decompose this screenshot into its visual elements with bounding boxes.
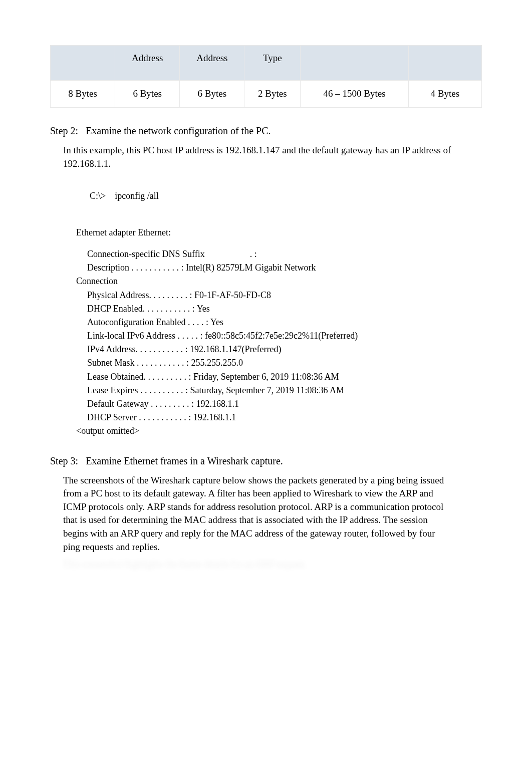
step3-heading: Step 3: Examine Ethernet frames in a Wir… bbox=[50, 454, 482, 468]
step2-intro: In this example, this PC host IP address… bbox=[63, 144, 452, 170]
step-label: Step 2: bbox=[50, 124, 78, 138]
cfg-line: Physical Address. . . . . . . . . : F0-1… bbox=[76, 289, 452, 302]
cfg-line: Connection-specific DNS Suffix . : bbox=[76, 248, 452, 260]
table-header-row: Address Address Type bbox=[51, 46, 482, 81]
table-cell: 6 Bytes bbox=[180, 81, 244, 108]
header-cell: Address bbox=[180, 46, 244, 81]
cfg-line: Autoconfiguration Enabled . . . . : Yes bbox=[76, 316, 452, 329]
frame-format-table: Address Address Type 8 Bytes 6 Bytes 6 B… bbox=[50, 45, 482, 108]
cmd-text: ipconfig /all bbox=[115, 191, 158, 201]
cmd-prompt: C:\> bbox=[90, 191, 106, 201]
adapter-heading: Ethernet adapter Ethernet: bbox=[76, 226, 452, 239]
blurred-text: This screenshot highlights the frame det… bbox=[63, 558, 452, 571]
step2-heading: Step 2: Examine the network configuratio… bbox=[50, 124, 482, 138]
header-cell bbox=[51, 46, 115, 81]
header-cell: Type bbox=[244, 46, 301, 81]
cfg-line: Link-local IPv6 Address . . . . . : fe80… bbox=[76, 330, 452, 342]
header-cell bbox=[408, 46, 481, 81]
step2-body: In this example, this PC host IP address… bbox=[63, 144, 452, 438]
cfg-line: Description . . . . . . . . . . . : Inte… bbox=[76, 262, 452, 274]
cfg-line: Lease Expires . . . . . . . . . . : Satu… bbox=[76, 384, 452, 397]
table-cell: 8 Bytes bbox=[51, 81, 115, 108]
step-title: Examine the network configuration of the… bbox=[86, 125, 271, 136]
cfg-line-wrap: Connection bbox=[76, 275, 452, 288]
step-title: Examine Ethernet frames in a Wireshark c… bbox=[86, 455, 283, 466]
header-cell bbox=[301, 46, 408, 81]
step3-para: The screenshots of the Wireshark capture… bbox=[63, 474, 452, 554]
cfg-line: IPv4 Address. . . . . . . . . . . : 192.… bbox=[76, 343, 452, 356]
table-row: 8 Bytes 6 Bytes 6 Bytes 2 Bytes 46 – 150… bbox=[51, 81, 482, 108]
cfg-line: Lease Obtained. . . . . . . . . . : Frid… bbox=[76, 371, 452, 383]
output-omitted: <output omitted> bbox=[76, 425, 452, 437]
table-cell: 2 Bytes bbox=[244, 81, 301, 108]
cfg-line: Default Gateway . . . . . . . . . : 192.… bbox=[76, 398, 452, 410]
table-cell: 46 – 1500 Bytes bbox=[301, 81, 408, 108]
step-label: Step 3: bbox=[50, 454, 78, 468]
cfg-line: Subnet Mask . . . . . . . . . . . : 255.… bbox=[76, 357, 452, 369]
cfg-line: DHCP Enabled. . . . . . . . . . . : Yes bbox=[76, 303, 452, 315]
ipconfig-output: C:\> ipconfig /all Ethernet adapter Ethe… bbox=[76, 177, 452, 437]
table-cell: 6 Bytes bbox=[115, 81, 180, 108]
step3-body: The screenshots of the Wireshark capture… bbox=[63, 474, 452, 571]
header-cell: Address bbox=[115, 46, 180, 81]
cfg-line: DHCP Server . . . . . . . . . . . : 192.… bbox=[76, 411, 452, 424]
table-cell: 4 Bytes bbox=[408, 81, 481, 108]
